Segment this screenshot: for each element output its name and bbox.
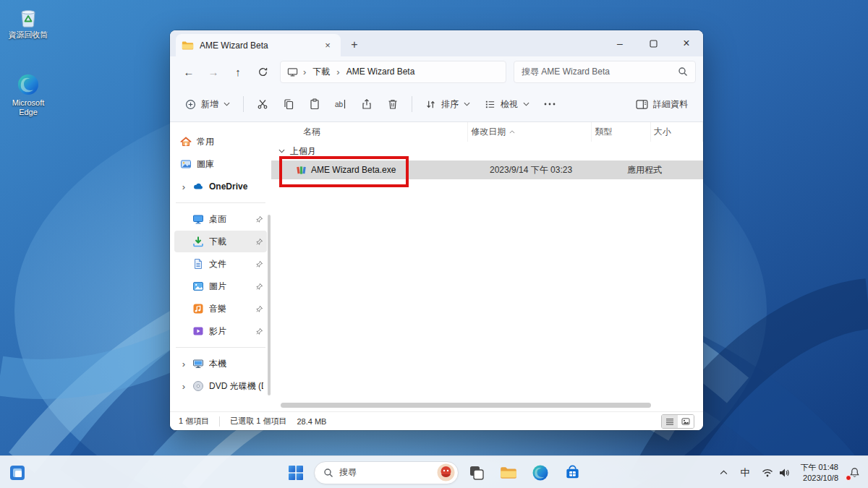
- sidebar-item-label: 本機: [209, 358, 263, 370]
- sidebar-item-videos[interactable]: 影片: [174, 320, 267, 342]
- breadcrumb-chevron-icon: ›: [336, 67, 339, 77]
- copy-icon: [283, 98, 294, 110]
- rename-button[interactable]: ab: [328, 92, 353, 116]
- chevron-right-icon: ›: [180, 359, 187, 369]
- column-name[interactable]: 名稱: [293, 122, 468, 142]
- ime-indicator[interactable]: 中: [738, 463, 752, 482]
- details-pane-icon: [636, 100, 648, 109]
- pin-icon: [255, 260, 263, 268]
- sidebar-scrollbar[interactable]: [268, 215, 271, 395]
- edge-button[interactable]: [527, 459, 554, 487]
- status-bar: 1 個項目 已選取 1 個項目 28.4 MB: [170, 411, 703, 430]
- paste-button[interactable]: [302, 92, 327, 116]
- sidebar-item-label: DVD 光碟機 (D:): [209, 380, 263, 393]
- toolbar-separator: [412, 96, 412, 112]
- sidebar-item-label: 圖庫: [197, 158, 263, 171]
- sidebar-item-desktop[interactable]: 桌面: [174, 208, 267, 230]
- maximize-button[interactable]: [637, 30, 670, 56]
- sort-button[interactable]: 排序: [419, 92, 477, 116]
- column-modified[interactable]: 修改日期: [468, 122, 592, 142]
- copy-button[interactable]: [276, 92, 301, 116]
- music-icon: [192, 303, 204, 314]
- folder-icon: [500, 466, 517, 480]
- up-button[interactable]: ↑: [226, 60, 250, 83]
- volume-icon: [778, 468, 790, 478]
- tray-overflow-button[interactable]: [718, 467, 730, 478]
- file-name: AME Wizard Beta.exe: [311, 165, 396, 175]
- sidebar-item-home[interactable]: 常用: [174, 131, 267, 153]
- taskbar-widgets-button[interactable]: [7, 463, 27, 482]
- toolbar-separator: [243, 96, 244, 112]
- recycle-bin-icon: [16, 4, 41, 29]
- more-button[interactable]: [537, 92, 562, 116]
- start-button[interactable]: [282, 459, 310, 487]
- tab-strip: AME Wizard Beta × + – ×: [170, 30, 703, 56]
- taskbar-center: 搜尋: [282, 456, 586, 488]
- notification-center-button[interactable]: [846, 465, 862, 481]
- refresh-button[interactable]: [251, 60, 274, 83]
- large-icons-view-toggle[interactable]: [678, 415, 694, 428]
- view-button[interactable]: 檢視: [478, 92, 536, 116]
- notification-badge: [846, 475, 851, 481]
- column-size[interactable]: 大小: [651, 122, 703, 142]
- downloads-icon: [192, 236, 204, 247]
- file-explorer-button[interactable]: [495, 459, 522, 487]
- microsoft-store-button[interactable]: [558, 459, 586, 487]
- breadcrumb-current[interactable]: AME Wizard Beta: [345, 66, 417, 77]
- window-controls: – ×: [603, 30, 703, 56]
- sidebar-item-music[interactable]: 音樂: [174, 298, 267, 320]
- delete-button[interactable]: [380, 92, 405, 116]
- sidebar-item-label: 常用: [197, 136, 263, 148]
- group-header-last-month[interactable]: 上個月: [271, 142, 703, 160]
- item-count: 1 個項目: [179, 416, 209, 427]
- command-bar: 新增: [170, 87, 703, 122]
- taskbar-search-box[interactable]: 搜尋: [314, 461, 459, 484]
- breadcrumb[interactable]: › 下載 › AME Wizard Beta: [280, 61, 506, 83]
- chevron-down-icon: [464, 102, 470, 106]
- rename-icon: ab: [334, 98, 347, 110]
- cut-button[interactable]: [250, 92, 275, 116]
- forward-button[interactable]: →: [202, 60, 225, 83]
- address-bar: ← → ↑ › 下載 › AME Wizard Beta: [170, 56, 703, 87]
- tab-close-icon[interactable]: ×: [320, 38, 335, 53]
- sidebar-item-onedrive[interactable]: › OneDrive: [174, 176, 267, 197]
- dvd-icon: [192, 380, 204, 392]
- task-view-button[interactable]: [463, 459, 490, 487]
- this-pc-icon: [287, 67, 298, 77]
- taskbar-clock[interactable]: 下午 01:48 2023/10/8: [800, 462, 838, 483]
- sidebar-item-dvd-drive[interactable]: › DVD 光碟機 (D:): [174, 375, 267, 397]
- search-input[interactable]: 搜尋 AME Wizard Beta: [514, 61, 696, 83]
- task-view-icon: [469, 465, 485, 481]
- sidebar-item-downloads[interactable]: 下載: [174, 231, 267, 252]
- breadcrumb-downloads[interactable]: 下載: [311, 65, 331, 79]
- new-tab-button[interactable]: +: [345, 35, 364, 54]
- sidebar-item-this-pc[interactable]: › 本機: [174, 353, 267, 374]
- horizontal-scrollbar[interactable]: [281, 403, 651, 408]
- search-highlight-image: [437, 463, 455, 481]
- close-button[interactable]: ×: [670, 30, 703, 56]
- file-row-ame-wizard-beta-exe[interactable]: AME Wizard Beta.exe 2023/9/14 下午 03:23 應…: [271, 160, 703, 179]
- videos-icon: [192, 325, 204, 337]
- sidebar-item-documents[interactable]: 文件: [174, 253, 267, 275]
- status-separator: [219, 416, 220, 427]
- back-button[interactable]: ←: [177, 60, 200, 83]
- details-view-toggle[interactable]: [662, 415, 678, 428]
- desktop-icon-recycle-bin[interactable]: 資源回收筒: [4, 4, 52, 40]
- chevron-right-icon: ›: [180, 181, 187, 192]
- sidebar-item-pictures[interactable]: 圖片: [174, 275, 267, 297]
- svg-text:ab: ab: [335, 100, 344, 108]
- new-button[interactable]: 新增: [179, 92, 237, 116]
- column-type[interactable]: 類型: [592, 122, 650, 142]
- share-button[interactable]: [354, 92, 379, 116]
- sidebar-item-gallery[interactable]: 圖庫: [174, 153, 267, 175]
- network-volume-button[interactable]: [760, 465, 792, 481]
- desktop-icon-edge[interactable]: Microsoft Edge: [4, 72, 52, 116]
- pin-icon: [255, 305, 263, 313]
- gallery-icon: [180, 158, 192, 170]
- chevron-right-icon: ›: [180, 381, 187, 392]
- details-pane-button[interactable]: 詳細資料: [629, 92, 694, 116]
- tab-ame-wizard-beta[interactable]: AME Wizard Beta ×: [176, 34, 341, 56]
- breadcrumb-chevron-icon: ›: [303, 67, 306, 77]
- new-label: 新增: [201, 98, 218, 111]
- minimize-button[interactable]: –: [603, 30, 637, 56]
